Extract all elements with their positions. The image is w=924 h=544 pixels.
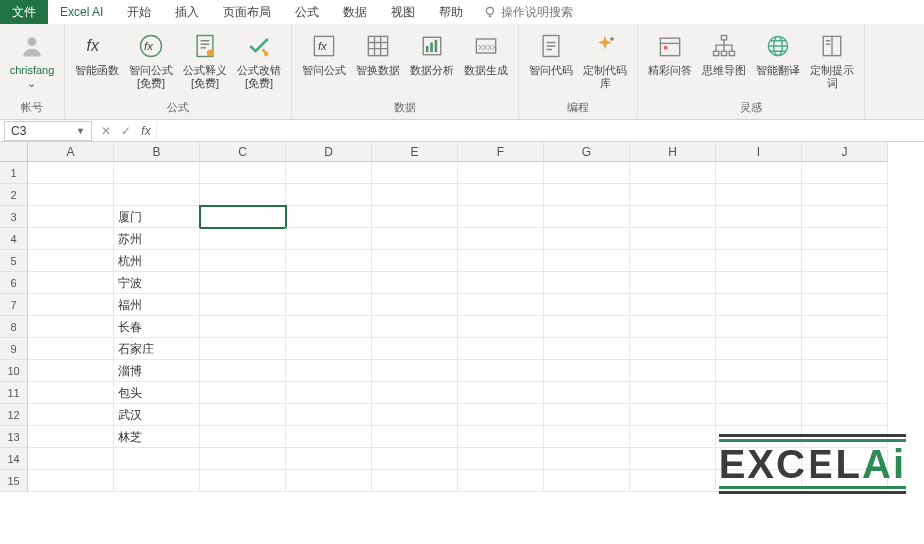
cell-H9[interactable] [630,338,716,360]
tab-数据[interactable]: 数据 [331,0,379,24]
row-header-9[interactable]: 9 [0,338,28,360]
cell-D14[interactable] [286,448,372,470]
ribbon-formula-explain[interactable]: 公式释义 [免费] [179,28,231,92]
cell-G14[interactable] [544,448,630,470]
cell-E10[interactable] [372,360,458,382]
cell-A13[interactable] [28,426,114,448]
row-header-5[interactable]: 5 [0,250,28,272]
row-header-3[interactable]: 3 [0,206,28,228]
col-header-C[interactable]: C [200,142,286,162]
row-header-14[interactable]: 14 [0,448,28,470]
ribbon-account[interactable]: chrisfang ⌄ [6,28,58,92]
cell-C1[interactable] [200,162,286,184]
cell-I11[interactable] [716,382,802,404]
cell-D15[interactable] [286,470,372,492]
cell-J3[interactable] [802,206,888,228]
ribbon-data-generate[interactable]: XXXX数据生成 [460,28,512,79]
cell-A15[interactable] [28,470,114,492]
col-header-G[interactable]: G [544,142,630,162]
cell-D6[interactable] [286,272,372,294]
tab-公式[interactable]: 公式 [283,0,331,24]
cell-G2[interactable] [544,184,630,206]
cell-D4[interactable] [286,228,372,250]
cell-F6[interactable] [458,272,544,294]
cell-F14[interactable] [458,448,544,470]
cell-F13[interactable] [458,426,544,448]
cell-C12[interactable] [200,404,286,426]
row-header-12[interactable]: 12 [0,404,28,426]
cell-I5[interactable] [716,250,802,272]
cell-G7[interactable] [544,294,630,316]
cell-I7[interactable] [716,294,802,316]
cell-D5[interactable] [286,250,372,272]
cell-H15[interactable] [630,470,716,492]
cell-F8[interactable] [458,316,544,338]
cell-E2[interactable] [372,184,458,206]
cell-C7[interactable] [200,294,286,316]
cell-B10[interactable]: 淄博 [114,360,200,382]
cell-D9[interactable] [286,338,372,360]
cell-F15[interactable] [458,470,544,492]
col-header-F[interactable]: F [458,142,544,162]
cell-G12[interactable] [544,404,630,426]
cell-C2[interactable] [200,184,286,206]
cell-J2[interactable] [802,184,888,206]
cell-F7[interactable] [458,294,544,316]
cell-H2[interactable] [630,184,716,206]
cell-B4[interactable]: 苏州 [114,228,200,250]
cell-D11[interactable] [286,382,372,404]
cell-I3[interactable] [716,206,802,228]
cell-G15[interactable] [544,470,630,492]
select-all-corner[interactable] [0,142,28,162]
cell-E12[interactable] [372,404,458,426]
cell-E11[interactable] [372,382,458,404]
cell-G5[interactable] [544,250,630,272]
ribbon-formula-debug[interactable]: 公式改错 [免费] [233,28,285,92]
cell-J9[interactable] [802,338,888,360]
cell-A1[interactable] [28,162,114,184]
ribbon-smart-code[interactable]: 智问代码 [525,28,577,79]
cell-G13[interactable] [544,426,630,448]
cell-A9[interactable] [28,338,114,360]
cell-E5[interactable] [372,250,458,272]
cell-H3[interactable] [630,206,716,228]
ribbon-smart-function[interactable]: fx智能函数 [71,28,123,79]
cell-I10[interactable] [716,360,802,382]
cell-C3[interactable] [200,206,286,228]
cell-J12[interactable] [802,404,888,426]
cell-H7[interactable] [630,294,716,316]
ribbon-swap-data[interactable]: 智换数据 [352,28,404,79]
cell-J5[interactable] [802,250,888,272]
col-header-J[interactable]: J [802,142,888,162]
ribbon-smart-formula[interactable]: fx智问公式 [免费] [125,28,177,92]
cell-G6[interactable] [544,272,630,294]
cell-B13[interactable]: 林芝 [114,426,200,448]
cell-B14[interactable] [114,448,200,470]
tab-视图[interactable]: 视图 [379,0,427,24]
cell-A4[interactable] [28,228,114,250]
tab-file[interactable]: 文件 [0,0,48,24]
cell-J10[interactable] [802,360,888,382]
cell-B15[interactable] [114,470,200,492]
cell-C9[interactable] [200,338,286,360]
cell-E4[interactable] [372,228,458,250]
cell-G8[interactable] [544,316,630,338]
cell-B12[interactable]: 武汉 [114,404,200,426]
cell-C11[interactable] [200,382,286,404]
cell-H6[interactable] [630,272,716,294]
cell-E1[interactable] [372,162,458,184]
row-header-8[interactable]: 8 [0,316,28,338]
cell-B2[interactable] [114,184,200,206]
cell-A2[interactable] [28,184,114,206]
cell-A12[interactable] [28,404,114,426]
cell-I12[interactable] [716,404,802,426]
cell-I2[interactable] [716,184,802,206]
cell-J7[interactable] [802,294,888,316]
cell-C14[interactable] [200,448,286,470]
cell-C10[interactable] [200,360,286,382]
cell-C5[interactable] [200,250,286,272]
cell-E9[interactable] [372,338,458,360]
ribbon-smart-formula2[interactable]: fx智问公式 [298,28,350,79]
cell-G4[interactable] [544,228,630,250]
cell-J4[interactable] [802,228,888,250]
